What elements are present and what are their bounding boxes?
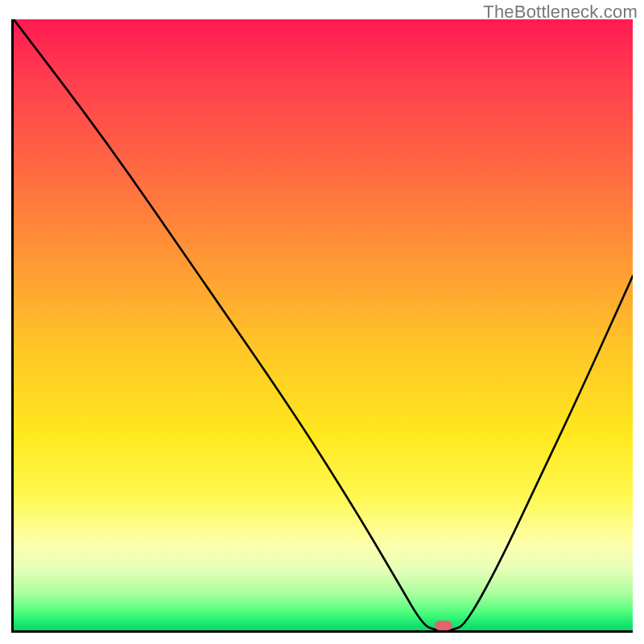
chart-frame: TheBottleneck.com: [0, 0, 644, 644]
plot-area: [11, 19, 633, 633]
optimal-marker: [435, 621, 452, 630]
watermark-text: TheBottleneck.com: [483, 2, 638, 23]
bottleneck-curve: [14, 19, 633, 630]
